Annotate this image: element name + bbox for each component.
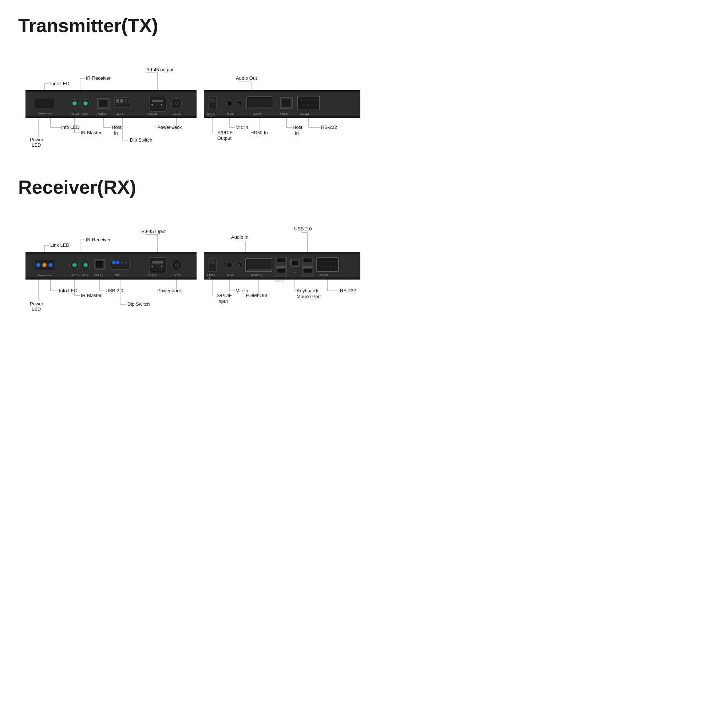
receiver-title: Receiver(RX) (18, 176, 368, 198)
svg-point-65 (307, 104, 309, 106)
svg-text:Link: Link (43, 274, 47, 276)
svg-point-30 (151, 104, 153, 106)
svg-text:LED: LED (32, 306, 41, 312)
rx-rj45-label: RJ-45 Input (141, 229, 166, 234)
svg-rect-39 (204, 116, 360, 118)
svg-rect-56 (282, 99, 291, 107)
svg-text:IR In: IR In (83, 274, 88, 277)
svg-point-172 (333, 261, 334, 262)
tx-power-led-label: Power (30, 137, 44, 142)
svg-rect-58 (298, 96, 320, 110)
transmitter-diagram: Power Link Info IR Out IR In Host In EDI… (18, 51, 368, 154)
svg-text:EDID: EDID (115, 274, 121, 277)
svg-point-176 (330, 266, 332, 267)
svg-point-46 (228, 102, 231, 105)
svg-text:RJ45 In: RJ45 In (148, 274, 157, 277)
svg-text:USB 2.0: USB 2.0 (94, 274, 103, 277)
svg-point-36 (176, 103, 177, 104)
svg-text:IR Out: IR Out (71, 112, 79, 115)
svg-rect-125 (121, 261, 123, 264)
svg-point-174 (322, 266, 323, 267)
tx-ir-blaster-label: IR Blaster (81, 130, 102, 135)
svg-rect-22 (116, 99, 119, 102)
svg-text:HDMI Out: HDMI Out (251, 274, 262, 277)
svg-point-131 (151, 266, 153, 267)
rx-usb20-label: USB 2.0 (106, 288, 123, 294)
svg-text:Host In: Host In (280, 112, 288, 115)
svg-rect-165 (304, 258, 312, 262)
svg-text:Input: Input (217, 298, 228, 304)
svg-rect-159 (277, 269, 285, 273)
svg-text:Mic In: Mic In (227, 274, 234, 277)
svg-point-147 (228, 263, 231, 266)
svg-text:In: In (295, 130, 299, 136)
transmitter-svg: Power Link Info IR Out IR In Host In EDI… (18, 51, 368, 153)
svg-text:EDID: EDID (117, 112, 123, 115)
receiver-svg: Power Link Info IR Out IR In USB 2.0 EDI… (18, 213, 368, 322)
svg-point-117 (84, 263, 87, 266)
rx-hdmi-out-label: HDMI Out (246, 293, 267, 298)
rx-power-jack-label: Power Jack (157, 288, 182, 294)
svg-text:IR Out: IR Out (71, 274, 79, 277)
svg-rect-40 (204, 90, 360, 92)
svg-rect-162 (292, 261, 298, 265)
svg-text:Ω: Ω (238, 263, 241, 267)
svg-rect-168 (317, 258, 338, 272)
svg-point-64 (303, 104, 304, 106)
tx-host-in-right-label: Host (293, 124, 303, 130)
svg-rect-25 (128, 99, 130, 102)
svg-rect-23 (120, 99, 123, 102)
svg-text:LED: LED (32, 142, 41, 148)
tx-hdmi-in-label: HDMI In (251, 130, 268, 135)
svg-text:S/PDIF: S/PDIF (207, 274, 215, 277)
svg-text:In: In (114, 130, 118, 136)
svg-text:HDMI In: HDMI In (253, 112, 262, 115)
svg-point-169 (320, 261, 321, 262)
svg-point-63 (318, 99, 320, 101)
tx-rj45-label: RJ-45 output (146, 67, 174, 72)
svg-rect-103 (26, 252, 197, 254)
svg-point-170 (324, 261, 326, 262)
tx-link-led-label: Link LED (50, 81, 70, 86)
svg-point-67 (316, 104, 317, 106)
svg-point-163 (294, 272, 295, 273)
tx-mic-in-label: Mic In (236, 124, 248, 130)
svg-rect-24 (124, 99, 127, 102)
svg-point-177 (335, 266, 336, 267)
rx-ir-blaster-label: IR Blaster (81, 293, 102, 298)
rx-spdif-label: S/PDIF (217, 293, 232, 298)
tx-host-in-label: Host (112, 124, 122, 130)
svg-rect-2 (26, 90, 197, 92)
svg-point-66 (312, 104, 313, 106)
svg-text:RS-232: RS-232 (300, 112, 309, 115)
transmitter-title: Transmitter(TX) (18, 15, 368, 37)
svg-text:Ω: Ω (238, 102, 241, 106)
svg-point-62 (314, 99, 315, 101)
svg-point-173 (337, 261, 338, 262)
svg-rect-52 (248, 98, 272, 109)
tx-dip-switch-label: Dip Switch (130, 137, 152, 143)
rx-dip-switch-label: Dip Switch (127, 301, 150, 307)
svg-point-59 (301, 99, 302, 101)
svg-point-175 (326, 266, 327, 267)
svg-rect-157 (277, 258, 285, 262)
tx-info-led-label: Info LED (61, 124, 80, 130)
svg-point-171 (328, 261, 330, 262)
rx-audio-in-label: Audio In (231, 234, 249, 240)
transmitter-section: Transmitter(TX) Power Link Info (18, 15, 368, 154)
svg-rect-19 (99, 100, 107, 107)
svg-text:Out: Out (208, 115, 211, 118)
tx-power-jack-label: Power Jack (157, 124, 182, 130)
svg-rect-6 (35, 98, 55, 109)
svg-rect-153 (247, 260, 271, 270)
svg-marker-53 (248, 107, 274, 109)
tx-rs232-label: RS-232 (321, 124, 337, 130)
rx-usb20-right-label: USB 2.0 (294, 226, 312, 231)
svg-text:USB 2.0: USB 2.0 (275, 280, 284, 282)
svg-rect-28 (151, 98, 164, 110)
svg-text:S/PDIF: S/PDIF (206, 112, 215, 115)
svg-text:IR In: IR In (83, 112, 88, 115)
svg-rect-130 (152, 262, 163, 263)
svg-text:DC 5V: DC 5V (174, 112, 181, 115)
svg-text:RJ45 Out: RJ45 Out (147, 112, 158, 115)
